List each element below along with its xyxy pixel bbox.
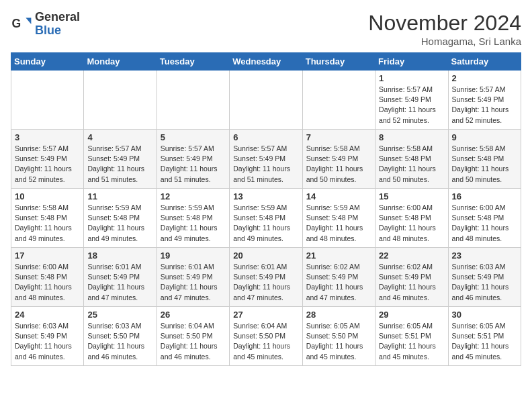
day-info: Sunrise: 5:58 AM Sunset: 5:48 PM Dayligh… <box>15 203 80 244</box>
day-info: Sunrise: 5:59 AM Sunset: 5:48 PM Dayligh… <box>87 203 152 244</box>
day-number: 3 <box>15 132 80 142</box>
calendar-week-0: 1Sunrise: 5:57 AM Sunset: 5:49 PM Daylig… <box>11 71 521 130</box>
day-number: 30 <box>452 310 517 320</box>
calendar-header-row: SundayMondayTuesdayWednesdayThursdayFrid… <box>11 53 521 71</box>
day-info: Sunrise: 5:58 AM Sunset: 5:48 PM Dayligh… <box>452 144 517 185</box>
day-info: Sunrise: 5:57 AM Sunset: 5:49 PM Dayligh… <box>233 144 298 185</box>
day-info: Sunrise: 5:57 AM Sunset: 5:49 PM Dayligh… <box>379 85 444 126</box>
day-number: 15 <box>379 191 444 201</box>
calendar-body: 1Sunrise: 5:57 AM Sunset: 5:49 PM Daylig… <box>11 71 521 366</box>
day-info: Sunrise: 5:58 AM Sunset: 5:49 PM Dayligh… <box>306 144 371 185</box>
day-info: Sunrise: 6:04 AM Sunset: 5:50 PM Dayligh… <box>161 321 226 362</box>
calendar-header-sunday: Sunday <box>11 53 84 71</box>
day-info: Sunrise: 6:01 AM Sunset: 5:49 PM Dayligh… <box>87 262 152 303</box>
day-info: Sunrise: 6:03 AM Sunset: 5:49 PM Dayligh… <box>452 262 517 303</box>
day-number: 21 <box>306 250 371 261</box>
calendar-cell: 8Sunrise: 5:58 AM Sunset: 5:48 PM Daylig… <box>375 130 448 189</box>
day-number: 14 <box>306 191 371 201</box>
calendar-cell: 18Sunrise: 6:01 AM Sunset: 5:49 PM Dayli… <box>84 248 157 307</box>
calendar-cell: 11Sunrise: 5:59 AM Sunset: 5:48 PM Dayli… <box>84 189 157 248</box>
calendar-cell: 5Sunrise: 5:57 AM Sunset: 5:49 PM Daylig… <box>157 130 229 189</box>
day-info: Sunrise: 6:02 AM Sunset: 5:49 PM Dayligh… <box>379 262 444 303</box>
day-info: Sunrise: 6:00 AM Sunset: 5:48 PM Dayligh… <box>15 262 80 303</box>
calendar-header-friday: Friday <box>375 53 448 71</box>
logo: G General Blue <box>11 11 80 38</box>
day-number: 20 <box>233 250 298 261</box>
calendar-cell: 10Sunrise: 5:58 AM Sunset: 5:48 PM Dayli… <box>11 189 84 248</box>
calendar-cell: 20Sunrise: 6:01 AM Sunset: 5:49 PM Dayli… <box>230 248 302 307</box>
day-info: Sunrise: 6:05 AM Sunset: 5:50 PM Dayligh… <box>306 321 371 362</box>
day-info: Sunrise: 6:01 AM Sunset: 5:49 PM Dayligh… <box>233 262 298 303</box>
day-info: Sunrise: 6:03 AM Sunset: 5:50 PM Dayligh… <box>87 321 152 362</box>
day-info: Sunrise: 6:04 AM Sunset: 5:50 PM Dayligh… <box>233 321 298 362</box>
day-info: Sunrise: 5:57 AM Sunset: 5:49 PM Dayligh… <box>452 85 517 126</box>
calendar-cell: 7Sunrise: 5:58 AM Sunset: 5:49 PM Daylig… <box>302 130 375 189</box>
calendar-header-wednesday: Wednesday <box>230 53 302 71</box>
day-number: 13 <box>233 191 298 201</box>
day-number: 29 <box>379 310 444 320</box>
calendar-cell <box>157 71 229 130</box>
day-number: 1 <box>379 73 444 83</box>
logo-blue: Blue <box>35 24 80 38</box>
day-info: Sunrise: 5:57 AM Sunset: 5:49 PM Dayligh… <box>15 144 80 185</box>
calendar-table: SundayMondayTuesdayWednesdayThursdayFrid… <box>11 52 521 366</box>
page-header: G General Blue November 2024 Homagama, S… <box>11 11 521 47</box>
day-number: 4 <box>87 132 152 142</box>
day-number: 19 <box>161 250 226 261</box>
calendar-cell: 14Sunrise: 5:59 AM Sunset: 5:48 PM Dayli… <box>302 189 375 248</box>
calendar-cell: 28Sunrise: 6:05 AM Sunset: 5:50 PM Dayli… <box>302 307 375 366</box>
day-info: Sunrise: 5:59 AM Sunset: 5:48 PM Dayligh… <box>306 203 371 244</box>
day-info: Sunrise: 5:59 AM Sunset: 5:48 PM Dayligh… <box>161 203 226 244</box>
day-info: Sunrise: 6:05 AM Sunset: 5:51 PM Dayligh… <box>452 321 517 362</box>
day-info: Sunrise: 5:57 AM Sunset: 5:49 PM Dayligh… <box>161 144 226 185</box>
calendar-cell: 15Sunrise: 6:00 AM Sunset: 5:48 PM Dayli… <box>375 189 448 248</box>
day-info: Sunrise: 5:57 AM Sunset: 5:49 PM Dayligh… <box>87 144 152 185</box>
day-number: 10 <box>15 191 80 201</box>
calendar-cell: 19Sunrise: 6:01 AM Sunset: 5:49 PM Dayli… <box>157 248 229 307</box>
day-number: 12 <box>161 191 226 201</box>
day-info: Sunrise: 5:58 AM Sunset: 5:48 PM Dayligh… <box>379 144 444 185</box>
day-number: 28 <box>306 310 371 320</box>
calendar-cell: 13Sunrise: 5:59 AM Sunset: 5:48 PM Dayli… <box>230 189 302 248</box>
calendar-week-1: 3Sunrise: 5:57 AM Sunset: 5:49 PM Daylig… <box>11 130 521 189</box>
calendar-header-tuesday: Tuesday <box>157 53 229 71</box>
svg-text:G: G <box>12 17 21 30</box>
day-number: 2 <box>452 73 517 83</box>
calendar-cell: 2Sunrise: 5:57 AM Sunset: 5:49 PM Daylig… <box>448 71 521 130</box>
day-info: Sunrise: 5:59 AM Sunset: 5:48 PM Dayligh… <box>233 203 298 244</box>
calendar-week-4: 24Sunrise: 6:03 AM Sunset: 5:49 PM Dayli… <box>11 307 521 366</box>
day-number: 27 <box>233 310 298 320</box>
calendar-cell: 6Sunrise: 5:57 AM Sunset: 5:49 PM Daylig… <box>230 130 302 189</box>
calendar-cell: 9Sunrise: 5:58 AM Sunset: 5:48 PM Daylig… <box>448 130 521 189</box>
calendar-header-monday: Monday <box>84 53 157 71</box>
calendar-week-3: 17Sunrise: 6:00 AM Sunset: 5:48 PM Dayli… <box>11 248 521 307</box>
day-number: 23 <box>452 250 517 261</box>
calendar-cell: 22Sunrise: 6:02 AM Sunset: 5:49 PM Dayli… <box>375 248 448 307</box>
location-subtitle: Homagama, Sri Lanka <box>368 36 521 47</box>
calendar-cell <box>230 71 302 130</box>
day-number: 16 <box>452 191 517 201</box>
logo-icon: G <box>11 13 32 35</box>
calendar-header-saturday: Saturday <box>448 53 521 71</box>
calendar-cell <box>11 71 84 130</box>
logo-general: General <box>35 11 80 24</box>
day-info: Sunrise: 6:00 AM Sunset: 5:48 PM Dayligh… <box>379 203 444 244</box>
day-number: 11 <box>87 191 152 201</box>
calendar-cell <box>84 71 157 130</box>
calendar-cell: 3Sunrise: 5:57 AM Sunset: 5:49 PM Daylig… <box>11 130 84 189</box>
calendar-cell: 24Sunrise: 6:03 AM Sunset: 5:49 PM Dayli… <box>11 307 84 366</box>
calendar-cell: 30Sunrise: 6:05 AM Sunset: 5:51 PM Dayli… <box>448 307 521 366</box>
calendar-cell: 21Sunrise: 6:02 AM Sunset: 5:49 PM Dayli… <box>302 248 375 307</box>
day-number: 7 <box>306 132 371 142</box>
day-info: Sunrise: 6:05 AM Sunset: 5:51 PM Dayligh… <box>379 321 444 362</box>
day-info: Sunrise: 6:03 AM Sunset: 5:49 PM Dayligh… <box>15 321 80 362</box>
day-number: 22 <box>379 250 444 261</box>
calendar-cell: 25Sunrise: 6:03 AM Sunset: 5:50 PM Dayli… <box>84 307 157 366</box>
title-block: November 2024 Homagama, Sri Lanka <box>368 11 521 47</box>
day-info: Sunrise: 6:02 AM Sunset: 5:49 PM Dayligh… <box>306 262 371 303</box>
calendar-cell <box>302 71 375 130</box>
calendar-cell: 23Sunrise: 6:03 AM Sunset: 5:49 PM Dayli… <box>448 248 521 307</box>
calendar-cell: 27Sunrise: 6:04 AM Sunset: 5:50 PM Dayli… <box>230 307 302 366</box>
calendar-cell: 16Sunrise: 6:00 AM Sunset: 5:48 PM Dayli… <box>448 189 521 248</box>
day-number: 8 <box>379 132 444 142</box>
